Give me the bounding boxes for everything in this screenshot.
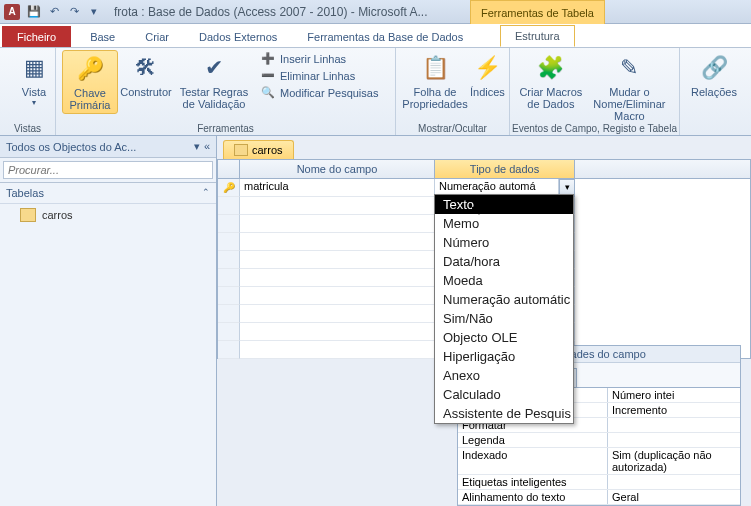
- tab-external-data[interactable]: Dados Externos: [184, 26, 292, 47]
- field-name-cell[interactable]: [240, 251, 435, 269]
- view-button[interactable]: ▦ Vista ▾: [6, 50, 62, 109]
- chevron-down-icon[interactable]: ▾: [194, 140, 200, 153]
- field-property-value[interactable]: Número intei: [608, 388, 740, 402]
- tab-file[interactable]: Ficheiro: [2, 26, 71, 47]
- builder-icon: 🛠: [130, 52, 162, 84]
- data-type-option[interactable]: Sim/Não: [435, 309, 573, 328]
- primary-key-button[interactable]: 🔑 Chave Primária: [62, 50, 118, 114]
- builder-button[interactable]: 🛠 Construtor: [118, 50, 174, 114]
- field-property-value[interactable]: Geral: [608, 490, 740, 504]
- data-type-option[interactable]: Numeração automátic: [435, 290, 573, 309]
- row-selector[interactable]: [218, 269, 240, 287]
- table-icon: [20, 208, 36, 222]
- data-type-option[interactable]: Calculado: [435, 385, 573, 404]
- relationships-button[interactable]: 🔗 Relações: [686, 50, 742, 100]
- insert-rows-button[interactable]: ➕Inserir Linhas: [258, 51, 380, 66]
- field-property-value[interactable]: [608, 475, 740, 489]
- create-data-macros-button[interactable]: 🧩 Criar Macros de Dados: [516, 50, 586, 124]
- row-selector[interactable]: [218, 287, 240, 305]
- rename-delete-macro-button[interactable]: ✎ Mudar o Nome/Eliminar Macro: [586, 50, 673, 124]
- data-type-option[interactable]: Objecto OLE: [435, 328, 573, 347]
- field-property-row[interactable]: Legenda: [458, 433, 740, 448]
- tab-design[interactable]: Estrutura: [500, 25, 575, 47]
- qat-redo-icon[interactable]: ↷: [65, 3, 83, 21]
- field-property-name: Indexado: [458, 448, 608, 474]
- indexes-icon: ⚡: [471, 52, 503, 84]
- modify-lookups-label: Modificar Pesquisas: [280, 87, 378, 99]
- field-name-cell[interactable]: [240, 233, 435, 251]
- test-validation-button[interactable]: ✔ Testar Regras de Validação: [174, 50, 254, 114]
- field-property-value[interactable]: Incremento: [608, 403, 740, 417]
- row-selector[interactable]: 🔑: [218, 179, 240, 197]
- nav-search: [0, 158, 216, 183]
- data-type-dropdown[interactable]: TextoMemoNúmeroData/horaMoedaNumeração a…: [434, 194, 574, 424]
- tab-database-tools[interactable]: Ferramentas da Base de Dados: [292, 26, 478, 47]
- field-name-cell[interactable]: [240, 269, 435, 287]
- field-name-cell[interactable]: [240, 287, 435, 305]
- search-input[interactable]: [3, 161, 213, 179]
- modify-lookups-button[interactable]: 🔍Modificar Pesquisas: [258, 85, 380, 100]
- data-type-option[interactable]: Texto: [435, 195, 573, 214]
- qat-undo-icon[interactable]: ↶: [45, 3, 63, 21]
- nav-header[interactable]: Todos os Objectos do Ac... ▾ «: [0, 136, 216, 158]
- field-name-cell[interactable]: [240, 215, 435, 233]
- tab-home[interactable]: Base: [75, 26, 130, 47]
- nav-section-tables[interactable]: Tabelas ⌃: [0, 183, 216, 204]
- delete-rows-button[interactable]: ➖Eliminar Linhas: [258, 68, 380, 83]
- field-property-name: Legenda: [458, 433, 608, 447]
- field-name-cell[interactable]: [240, 197, 435, 215]
- data-type-option[interactable]: Hiperligação: [435, 347, 573, 366]
- insert-rows-icon: ➕: [260, 52, 276, 65]
- contextual-tab-header: Ferramentas de Tabela: [470, 0, 605, 24]
- row-selector[interactable]: [218, 215, 240, 233]
- qat-dropdown-icon[interactable]: ▾: [85, 3, 103, 21]
- data-type-option[interactable]: Número: [435, 233, 573, 252]
- data-type-option[interactable]: Anexo: [435, 366, 573, 385]
- data-type-option[interactable]: Memo: [435, 214, 573, 233]
- col-data-type[interactable]: Tipo de dados: [435, 160, 575, 178]
- ribbon: ▦ Vista ▾ Vistas 🔑 Chave Primária 🛠 Cons…: [0, 48, 751, 136]
- delete-rows-label: Eliminar Linhas: [280, 70, 355, 82]
- row-selector[interactable]: [218, 323, 240, 341]
- collapse-icon[interactable]: ⌃: [202, 187, 210, 199]
- table-icon: [234, 144, 248, 156]
- nav-item-carros[interactable]: carros: [0, 204, 216, 226]
- tab-create[interactable]: Criar: [130, 26, 184, 47]
- field-name-cell[interactable]: [240, 323, 435, 341]
- row-selector[interactable]: [218, 197, 240, 215]
- nav-header-label: Todos os Objectos do Ac...: [6, 141, 136, 153]
- field-property-row[interactable]: Alinhamento do textoGeral: [458, 490, 740, 505]
- data-type-option[interactable]: Data/hora: [435, 252, 573, 271]
- field-name-cell[interactable]: [240, 341, 435, 359]
- field-property-name: Etiquetas inteligentes: [458, 475, 608, 489]
- indexes-button[interactable]: ⚡ Índices: [468, 50, 507, 112]
- field-property-value[interactable]: [608, 433, 740, 447]
- property-sheet-button[interactable]: 📋 Folha de Propriedades: [402, 50, 468, 112]
- field-property-row[interactable]: IndexadoSim (duplicação não autorizada): [458, 448, 740, 475]
- nav-section-label: Tabelas: [6, 187, 44, 199]
- document-area: carros Nome do campo Tipo de dados 🔑 mat…: [217, 136, 751, 506]
- group-showhide-label: Mostrar/Ocultar: [396, 123, 509, 134]
- field-property-value[interactable]: Sim (duplicação não autorizada): [608, 448, 740, 474]
- row-selector-header[interactable]: [218, 160, 240, 178]
- shutter-close-icon[interactable]: «: [204, 140, 210, 153]
- key-icon: 🔑: [223, 182, 235, 193]
- document-tab-carros[interactable]: carros: [223, 140, 294, 159]
- row-selector[interactable]: [218, 305, 240, 323]
- group-views-label: Vistas: [0, 123, 55, 134]
- delete-rows-icon: ➖: [260, 69, 276, 82]
- data-type-option[interactable]: Moeda: [435, 271, 573, 290]
- field-property-row[interactable]: Etiquetas inteligentes: [458, 475, 740, 490]
- field-property-value[interactable]: [608, 418, 740, 432]
- field-name-cell[interactable]: [240, 305, 435, 323]
- qat-save-icon[interactable]: 💾: [25, 3, 43, 21]
- data-type-option[interactable]: Assistente de Pesquis: [435, 404, 573, 423]
- relationships-icon: 🔗: [698, 52, 730, 84]
- row-selector[interactable]: [218, 341, 240, 359]
- document-tab-label: carros: [252, 144, 283, 156]
- field-name-cell[interactable]: matricula: [240, 179, 435, 197]
- row-selector[interactable]: [218, 233, 240, 251]
- col-field-name[interactable]: Nome do campo: [240, 160, 435, 178]
- row-selector[interactable]: [218, 251, 240, 269]
- test-label: Testar Regras de Validação: [176, 86, 252, 110]
